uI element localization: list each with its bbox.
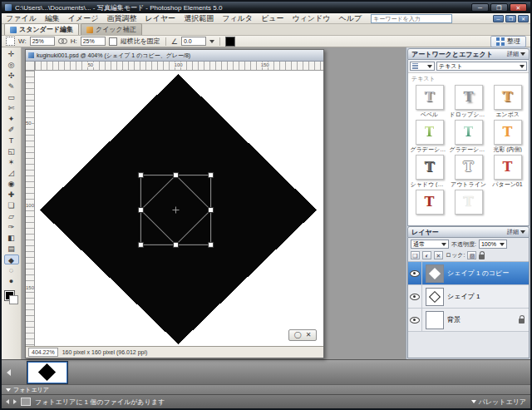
doc-restore-button[interactable]: ❐ (505, 15, 516, 22)
collapse-photo-bin-icon[interactable] (6, 388, 11, 392)
menu-item-window[interactable]: ウィンドウ (288, 13, 334, 23)
link-dimensions-icon[interactable] (58, 38, 67, 44)
maximize-button[interactable]: ❐ (490, 3, 508, 12)
layers-panel-header[interactable]: レイヤー 詳細 (407, 226, 530, 238)
layer-row-shape1[interactable]: シェイプ 1 (408, 285, 529, 309)
layers-details-button[interactable]: 詳細 (507, 228, 525, 236)
brush-tool[interactable]: ✑ (4, 222, 19, 232)
menu-item-help[interactable]: ヘルプ (334, 13, 366, 23)
healing-brush-tool[interactable]: ✚ (4, 190, 19, 200)
menu-item-image[interactable]: イメージ (64, 13, 103, 23)
artwork-item[interactable]: T ベベル (410, 85, 449, 117)
canvas[interactable]: ◯ ✕ (35, 71, 323, 346)
next-photo-icon[interactable] (13, 399, 17, 404)
lasso-tool[interactable]: ✄ (4, 103, 19, 113)
clone-stamp-tool[interactable]: ❏ (4, 200, 19, 210)
lock-all-icon[interactable] (479, 254, 485, 259)
palette-area-toggle[interactable]: パレットエリア (471, 398, 526, 407)
angle-dropdown-icon[interactable] (209, 40, 214, 43)
width-input[interactable]: 25% (30, 37, 55, 46)
minimize-button[interactable]: ─ (471, 3, 489, 12)
eraser-tool[interactable]: ▱ (4, 211, 19, 221)
bin-scroll-left-icon[interactable] (7, 369, 11, 376)
style-letter: T (464, 161, 474, 174)
zoom-level-field[interactable]: 404.22% (28, 348, 58, 357)
cookie-cutter-tool[interactable]: ✶ (4, 157, 19, 167)
vertical-ruler: 50 100 150 (26, 71, 35, 346)
marquee-tool[interactable]: ▭ (4, 92, 19, 102)
artwork-item[interactable]: T シャドウ (内側) (410, 155, 449, 187)
artwork-panel-header[interactable]: アートワークとエフェクト 詳細 (407, 48, 530, 60)
new-fill-layer-button[interactable]: ◐ (422, 251, 431, 259)
artwork-item[interactable]: T グラデーション (410, 120, 449, 152)
blur-tool[interactable]: ◌ (4, 265, 19, 275)
menu-item-enhance[interactable]: 画質調整 (102, 13, 140, 23)
paint-bucket-tool[interactable]: ◧ (4, 233, 19, 243)
red-eye-tool[interactable]: ◉ (4, 179, 19, 189)
height-input[interactable]: 25% (81, 37, 106, 46)
layer-row-background[interactable]: 背景 (408, 309, 529, 332)
visibility-toggle[interactable] (408, 285, 422, 308)
artwork-item[interactable]: T アウトライン (449, 155, 488, 187)
artwork-item[interactable]: T ドロップシャドウ (449, 85, 488, 117)
zoom-tool[interactable]: ◎ (4, 60, 19, 70)
lock-icon (519, 319, 525, 324)
artwork-details-button[interactable]: 詳細 (507, 50, 525, 58)
artwork-item[interactable]: T (449, 190, 488, 222)
gradient-tool[interactable]: ▤ (4, 244, 19, 254)
previous-photo-icon[interactable] (6, 399, 9, 404)
constrain-proportions-checkbox[interactable] (109, 37, 117, 46)
menu-item-filter[interactable]: フィルタ (218, 13, 257, 23)
artwork-category-select[interactable] (410, 62, 435, 71)
canvas-artwork (35, 71, 323, 346)
artwork-item[interactable]: T グラデーション (449, 120, 488, 152)
menu-item-layer[interactable]: レイヤー (140, 13, 180, 23)
doc-minimize-button[interactable]: ─ (493, 15, 504, 22)
rotate-angle-input[interactable]: 0.0 (181, 37, 206, 46)
shape-color-swatch[interactable] (225, 37, 235, 47)
transform-bounding-box-icon (6, 37, 15, 46)
visibility-toggle[interactable] (408, 309, 422, 331)
shape-tool[interactable]: ◆ (4, 254, 19, 264)
menu-item-view[interactable]: ビュー (257, 13, 288, 23)
artwork-item[interactable]: T パターン01 (488, 155, 527, 187)
close-button[interactable]: ✕ (510, 3, 527, 12)
hand-tool[interactable]: ✣ (4, 71, 19, 81)
blend-mode-select[interactable]: 通常 (411, 240, 449, 249)
delete-layer-button[interactable]: ✕ (434, 251, 443, 259)
crop-tool[interactable]: ◱ (4, 146, 19, 156)
lock-transparency-button[interactable]: ▨ (467, 251, 476, 259)
menu-item-file[interactable]: ファイル (2, 13, 41, 23)
tab-quick-fix[interactable]: クイック補正 (81, 23, 142, 35)
tab-standard-edit[interactable]: スタンダード編集 (4, 23, 79, 35)
new-layer-button[interactable]: ❏ (411, 251, 420, 259)
artwork-item[interactable]: T エンボス (488, 85, 527, 117)
photo-bin-thumbnail[interactable] (27, 362, 67, 383)
straighten-tool[interactable]: ◿ (4, 168, 19, 178)
visibility-toggle[interactable] (408, 262, 422, 284)
doc-close-button[interactable]: ✕ (518, 15, 529, 22)
artwork-panel-title: アートワークとエフェクト (411, 50, 493, 59)
organize-button[interactable]: 整理 (490, 36, 526, 47)
selection-brush-tool[interactable]: ✐ (4, 125, 19, 135)
menu-item-edit[interactable]: 編集 (41, 13, 64, 23)
document-title-bar[interactable]: kuginuki001.psd @ 404% (シェイプ 1 のコピー、グレー/… (26, 50, 323, 62)
magic-wand-tool[interactable]: ✦ (4, 114, 19, 124)
eyedropper-tool[interactable]: ✎ (4, 82, 19, 91)
opacity-select[interactable]: 100% (479, 240, 507, 249)
artwork-item[interactable]: T (410, 190, 449, 222)
sponge-tool[interactable]: ● (4, 276, 19, 286)
artwork-item[interactable]: T 光彩 (内側) (488, 120, 527, 152)
menu-item-select[interactable]: 選択範囲 (180, 13, 218, 23)
artwork-type-select[interactable]: テキスト (436, 62, 527, 71)
keyword-search-input[interactable] (371, 14, 452, 23)
type-tool[interactable]: T (4, 136, 19, 146)
commit-transform-button[interactable]: ✕ (306, 330, 312, 340)
style-thumbnail: T (455, 120, 483, 145)
tab-quick-fix-label: クイック補正 (96, 25, 136, 34)
move-tool[interactable]: ✛ (4, 49, 19, 59)
layer-row-shape1-copy[interactable]: シェイプ 1 のコピー (408, 262, 529, 285)
layer-thumbnail (426, 311, 444, 329)
cancel-transform-button[interactable]: ◯ (294, 330, 302, 340)
background-color-swatch[interactable] (9, 295, 18, 304)
